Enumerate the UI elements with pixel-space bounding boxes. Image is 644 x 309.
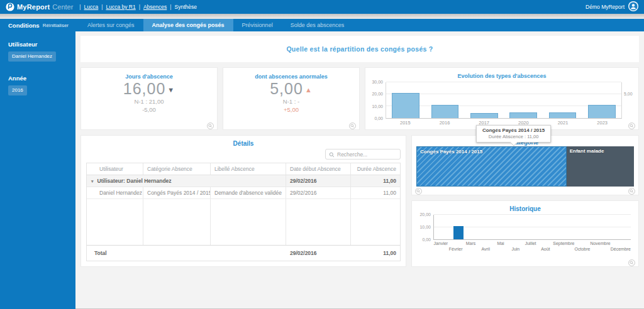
breadcrumb-item-absences[interactable]: Absences <box>143 4 167 10</box>
x-axis-label-text: 2023 <box>582 120 622 126</box>
kpi-value: 16,00 <box>123 80 166 97</box>
historique-chart-panel: Historique 0,0010,0020,00 JanvierFévrier… <box>411 200 639 267</box>
kpi-delta-0: -5,00 <box>81 106 217 113</box>
x-axis-label-avril: Avril <box>478 241 493 254</box>
bar-slot <box>543 82 582 118</box>
x-axis-label-ao-t: Août <box>538 241 553 254</box>
bar-slot <box>499 215 516 239</box>
x-axis-label-f-vrier: Février <box>448 241 464 254</box>
tab-bar: Conditions Réinitialiser Alertes sur con… <box>0 19 644 31</box>
bar-2021[interactable] <box>549 112 577 118</box>
breadcrumb-item-lucca-by-r1[interactable]: Lucca by R1 <box>106 4 135 10</box>
breadcrumb-separator: | <box>139 4 140 10</box>
table-total-row: Total 29/02/2016 11,00 <box>87 245 400 261</box>
total-duration: 11,00 <box>351 246 400 261</box>
conditions-header: Conditions Réinitialiser <box>0 19 75 31</box>
evolution-chart-card: Evolution des types d'abscences 0,0010,0… <box>365 67 639 130</box>
kpi-delta-1: +5,00 <box>223 106 359 113</box>
column-header[interactable]: Catégorie Absence <box>143 163 211 175</box>
bar-slot <box>532 215 548 239</box>
tooltip-title: Congés Payés 2014 / 2015 <box>482 127 545 133</box>
filter-group-utilisateur: UtilisateurDaniel Hernandez <box>8 41 67 62</box>
search-input[interactable] <box>337 151 397 158</box>
search-icon <box>329 149 335 160</box>
column-header[interactable]: Date début Abscence <box>286 163 351 175</box>
user-avatar-icon[interactable] <box>628 1 638 13</box>
x-axis-label-novembre: Novembre <box>590 241 610 254</box>
zoom-icon[interactable] <box>207 121 214 127</box>
kpi-title: dont abscences anormales <box>223 73 359 80</box>
bar-f-vrier[interactable] <box>453 226 464 239</box>
collapse-icon[interactable]: ▾ <box>91 179 94 184</box>
breadcrumb: |Lucca|Lucca by R1|Absences|Synthèse <box>79 4 197 10</box>
x-axis-label-d-cembre: Décembre <box>611 241 631 254</box>
logo-text-bold: MyReport <box>17 3 50 11</box>
bar-2020[interactable] <box>509 112 537 118</box>
bar-slot <box>467 215 483 239</box>
x-axis-label-2023: 2023 <box>582 120 622 126</box>
historique-x-axis: JanvierFévrierMarsAvrilMaiJuinJuilletAoû… <box>433 241 631 254</box>
table-row[interactable]: Daniel Hernandez Congés Payés 2014 / 201… <box>87 187 400 199</box>
reset-filters-button[interactable]: Réinitialiser <box>43 23 69 28</box>
cell-utilisateur: Daniel Hernandez <box>87 187 143 198</box>
user-name: Démo MyReport <box>586 4 625 10</box>
kpi-value: 5,00 <box>270 80 303 97</box>
myreport-logo: MyReportCenter <box>6 3 73 11</box>
bar-slot <box>549 215 565 239</box>
sidebar-filters: UtilisateurDaniel HernandezAnnée2016 <box>8 41 67 95</box>
group-row-label: Utilisateur: Daniel Hernandez <box>97 178 172 184</box>
kpi-previous-year: N-1 : 21,00 <box>81 98 217 105</box>
tab-alertes-sur-cong-s[interactable]: Alertes sur congés <box>79 19 143 31</box>
user-menu[interactable]: Démo MyReport <box>586 1 638 13</box>
treemap-block-cong-s-pay-s-2014-2015[interactable]: Congés Payés 2014 / 2015 <box>416 146 567 187</box>
header-divider-strip <box>0 14 644 19</box>
bar-2015[interactable] <box>392 93 419 118</box>
column-header[interactable]: Libellé Abscence <box>211 163 286 175</box>
zoom-icon[interactable] <box>628 121 635 127</box>
trend-down-icon: ▼ <box>167 86 175 94</box>
zoom-icon[interactable] <box>628 258 635 264</box>
categorie-treemap-panel: catégorie Congés Payés 2014 / 2015 Durée… <box>411 135 639 195</box>
filter-group-ann-e: Année2016 <box>8 75 67 95</box>
bar-2017[interactable] <box>470 113 498 118</box>
treemap-block-label: Congés Payés 2014 / 2015 <box>420 149 563 154</box>
bar-slot <box>425 82 464 118</box>
conditions-sidebar: UtilisateurDaniel HernandezAnnée2016 <box>0 31 75 309</box>
filter-chip-daniel-hernandez[interactable]: Daniel Hernandez <box>8 52 56 62</box>
kpi-previous-year: N-1 : - <box>223 98 359 105</box>
tab-analyse-des-cong-s-pos-s[interactable]: Analyse des congés posés <box>143 19 233 31</box>
x-axis-label-mai: Mai <box>493 241 508 254</box>
x-axis-label-text: Septembre <box>553 241 574 246</box>
treemap-block-enfant-malade[interactable]: Enfant malade <box>567 146 634 187</box>
tab-pr-visionnel[interactable]: Prévisionnel <box>233 19 282 31</box>
bar-slot <box>598 215 614 239</box>
bar-2016[interactable] <box>431 105 459 118</box>
trend-up-icon: ▲ <box>305 86 313 94</box>
zoom-icon[interactable] <box>349 121 356 127</box>
x-axis-label-text: 2015 <box>386 120 425 126</box>
column-header[interactable]: Utilisateur <box>87 163 143 175</box>
chart-title: Evolution des types d'abscences <box>365 73 638 79</box>
y-axis-tick: 10,00 <box>372 104 383 109</box>
bar-slot <box>483 215 499 239</box>
cell-date: 29/02/2016 <box>286 187 351 198</box>
breadcrumb-item-lucca[interactable]: Lucca <box>84 4 99 10</box>
total-label: Total <box>87 246 286 261</box>
zoom-icon[interactable] <box>415 186 422 193</box>
bar-2023[interactable] <box>588 105 616 118</box>
x-axis-label-text: Novembre <box>590 241 610 246</box>
myreport-logo-icon <box>6 3 14 11</box>
right-axis-tick: 5,00 <box>624 92 633 96</box>
filter-chip-2016[interactable]: 2016 <box>8 85 27 95</box>
tab-solde-des-abscences[interactable]: Solde des abscences <box>282 19 353 31</box>
bar-slot <box>614 215 631 239</box>
x-axis-label-text: Mai <box>493 241 508 246</box>
table-group-row[interactable]: ▾Utilisateur: Daniel Hernandez 29/02/201… <box>87 175 400 187</box>
zoom-icon[interactable] <box>628 186 635 193</box>
bar-slot <box>386 82 425 118</box>
kpi-card-jours-abscence: Jours d'abscence 16,00▼ N-1 : 21,00 -5,0… <box>80 67 218 130</box>
x-axis-label-janvier: Janvier <box>433 241 448 254</box>
details-table: Utilisateur Catégorie Absence Libellé Ab… <box>86 163 401 261</box>
column-header[interactable]: Durée Abscence <box>351 163 400 175</box>
conditions-title: Conditions <box>8 22 40 29</box>
